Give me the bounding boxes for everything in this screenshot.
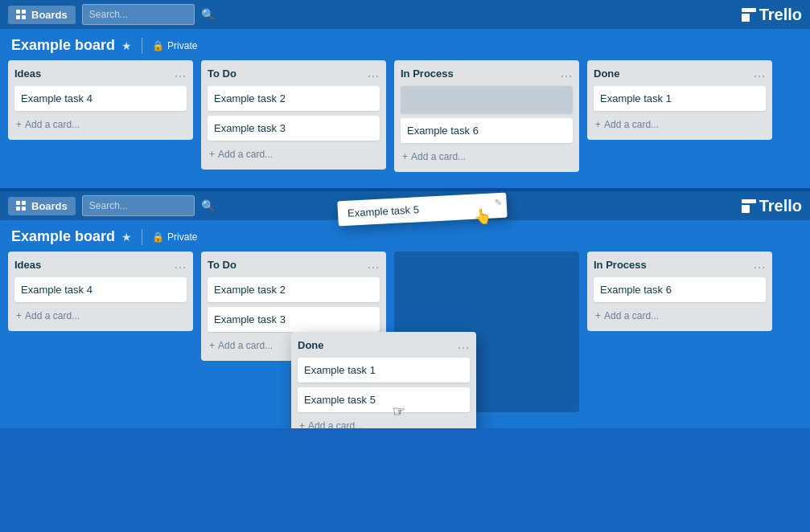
floating-done-menu-btn[interactable]: …	[457, 338, 470, 351]
bottom-add-card-ideas-btn[interactable]: + Add a card...	[14, 307, 187, 325]
board-header: Example board ★ 🔒 Private	[0, 29, 810, 60]
list-ideas: Ideas … Example task 4 + Add a card...	[8, 60, 193, 140]
list-inprocess-header: In Process …	[401, 67, 573, 80]
card-task6[interactable]: Example task 6	[401, 118, 573, 143]
bottom-trello-logo: Trello	[742, 197, 802, 215]
trello-logo-icon	[742, 8, 756, 22]
list-done: Done … Example task 1 + Add a card...	[587, 60, 772, 140]
boards-button[interactable]: Boards	[8, 6, 76, 24]
bottom-list-ideas: Ideas … Example task 4 + Add a card...	[8, 252, 193, 331]
floating-done-add-icon: +	[299, 420, 305, 428]
privacy-label: Private	[167, 40, 197, 51]
bottom-card-task3[interactable]: Example task 3	[208, 307, 380, 332]
top-section: Boards 🔍 Trello Example board ★ 🔒 Privat…	[0, 0, 810, 188]
bottom-add-card-inprocess-btn[interactable]: + Add a card...	[594, 307, 766, 325]
list-todo-title: To Do	[208, 68, 236, 80]
board-star-icon[interactable]: ★	[121, 39, 132, 52]
list-inprocess-menu-btn[interactable]: …	[560, 67, 573, 80]
bottom-add-card-inprocess-label: Add a card...	[604, 310, 659, 321]
board-title: Example board	[11, 37, 115, 54]
boards-label: Boards	[31, 9, 68, 21]
bottom-list-inprocess-menu-btn[interactable]: …	[753, 258, 766, 271]
header-divider	[142, 38, 142, 54]
bottom-lock-icon: 🔒	[152, 231, 164, 243]
list-ideas-menu-btn[interactable]: …	[174, 67, 187, 80]
bottom-privacy-label: Private	[167, 231, 197, 243]
bottom-header-divider	[142, 229, 142, 245]
add-icon-done: +	[595, 119, 601, 130]
card-task1[interactable]: Example task 1	[594, 86, 766, 111]
add-card-done-label: Add a card...	[604, 119, 659, 130]
bottom-search-icon[interactable]: 🔍	[201, 199, 215, 212]
add-icon-todo: +	[209, 149, 215, 160]
add-icon: +	[16, 119, 22, 130]
dragging-card-text: Example task 5	[347, 203, 420, 219]
floating-done-add-card-btn[interactable]: + Add a card...	[298, 417, 470, 428]
add-card-ideas-label: Add a card...	[25, 119, 80, 130]
bottom-list-todo-menu-btn[interactable]: …	[367, 258, 380, 271]
bottom-list-todo-title: To Do	[208, 259, 236, 271]
bottom-trello-logo-icon	[742, 199, 756, 213]
drag-cursor-bottom: ☞	[393, 403, 405, 420]
add-card-todo-btn[interactable]: + Add a card...	[208, 145, 380, 163]
bottom-board-star-icon[interactable]: ★	[121, 231, 132, 243]
bottom-lists-area: Ideas … Example task 4 + Add a card... T…	[0, 252, 810, 412]
trello-brand-name: Trello	[759, 6, 802, 24]
list-todo-menu-btn[interactable]: …	[367, 67, 380, 80]
bottom-list-ideas-menu-btn[interactable]: …	[174, 258, 187, 271]
list-todo: To Do … Example task 2 Example task 3 + …	[201, 60, 386, 170]
add-card-done-btn[interactable]: + Add a card...	[594, 116, 766, 133]
floating-done-add-card-label: Add a card...	[308, 420, 363, 428]
floating-done-card-task5[interactable]: Example task 5	[298, 387, 470, 412]
search-input[interactable]	[82, 4, 195, 25]
bottom-boards-button[interactable]: Boards	[8, 197, 76, 215]
add-card-inprocess-btn[interactable]: + Add a card...	[401, 148, 573, 166]
card-task3[interactable]: Example task 3	[208, 116, 380, 141]
bottom-trello-brand-name: Trello	[759, 197, 802, 215]
bottom-card-task4[interactable]: Example task 4	[14, 277, 187, 302]
bottom-board-title: Example board	[11, 228, 115, 245]
floating-done-title: Done	[298, 339, 324, 351]
list-todo-header: To Do …	[208, 67, 380, 80]
bottom-boards-icon	[16, 201, 27, 211]
bottom-add-icon-todo: +	[209, 340, 215, 351]
add-icon-inprocess: +	[402, 151, 408, 162]
bottom-search-input[interactable]	[82, 195, 195, 216]
bottom-list-ideas-header: Ideas …	[14, 258, 187, 271]
bottom-add-icon-ideas: +	[16, 310, 22, 321]
card-task4[interactable]: Example task 4	[14, 86, 187, 111]
add-card-todo-label: Add a card...	[218, 149, 273, 160]
drag-cursor: 👆	[473, 207, 491, 226]
bottom-list-inprocess: In Process … Example task 6 + Add a card…	[587, 252, 772, 331]
card-task5-placeholder	[401, 86, 573, 113]
bottom-card-task6[interactable]: Example task 6	[594, 277, 766, 302]
top-lists-area: Ideas … Example task 4 + Add a card... T…	[0, 60, 810, 172]
board-privacy: 🔒 Private	[152, 40, 197, 51]
bottom-board-header: Example board ★ 🔒 Private	[0, 220, 810, 252]
list-inprocess: In Process … Example task 6 + Add a card…	[394, 60, 579, 172]
card-task2[interactable]: Example task 2	[208, 86, 380, 111]
list-inprocess-title: In Process	[401, 68, 454, 80]
bottom-add-icon-inprocess: +	[595, 310, 601, 321]
bottom-card-task2[interactable]: Example task 2	[208, 277, 380, 302]
add-card-inprocess-label: Add a card...	[411, 151, 466, 162]
list-ideas-title: Ideas	[14, 68, 41, 80]
add-card-ideas-btn[interactable]: + Add a card...	[14, 116, 187, 133]
list-done-title: Done	[594, 68, 620, 80]
trello-logo: Trello	[742, 6, 802, 24]
boards-icon	[16, 10, 27, 19]
floating-done-list: Done … Example task 1 Example task 5 + A…	[291, 332, 476, 428]
bottom-add-card-todo-label: Add a card...	[218, 340, 273, 351]
bottom-section: Boards 🔍 Trello Example board ★ 🔒 Privat…	[0, 191, 810, 428]
list-done-header: Done …	[594, 67, 766, 80]
bottom-list-inprocess-title: In Process	[594, 259, 647, 271]
bottom-board-privacy: 🔒 Private	[152, 231, 197, 243]
bottom-boards-label: Boards	[31, 200, 68, 212]
bottom-add-card-ideas-label: Add a card...	[25, 310, 80, 321]
top-navbar: Boards 🔍 Trello	[0, 0, 810, 29]
lock-icon: 🔒	[152, 40, 164, 51]
floating-done-card-task1[interactable]: Example task 1	[298, 358, 470, 383]
pencil-icon: ✎	[494, 198, 502, 208]
list-done-menu-btn[interactable]: …	[753, 67, 766, 80]
search-icon[interactable]: 🔍	[201, 8, 215, 21]
